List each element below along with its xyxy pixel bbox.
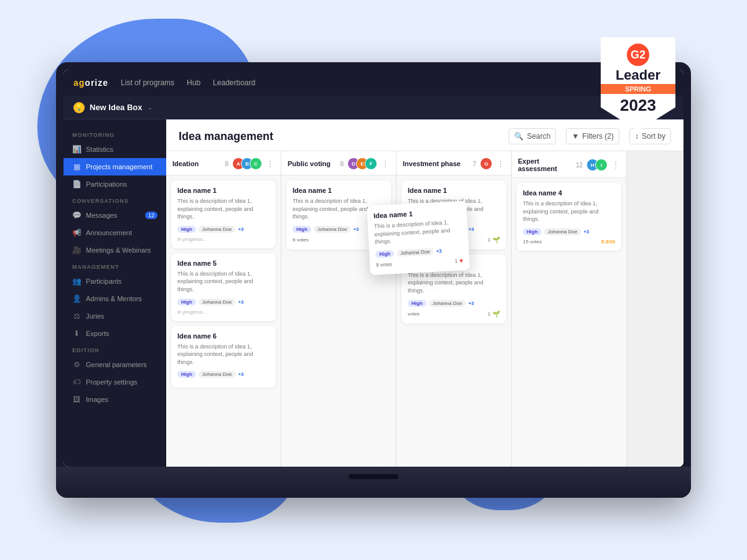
sidebar-item-images[interactable]: 🖼 Images xyxy=(63,391,166,408)
sub-nav: 💡 New Idea Box ⌄ xyxy=(63,96,684,119)
nav-list-programs[interactable]: List of programs xyxy=(121,78,174,87)
bulb-icon: 💡 xyxy=(73,102,85,113)
expert-col-menu[interactable]: ⋮ xyxy=(611,160,620,170)
sidebar-item-juries[interactable]: ⚖ Juries xyxy=(63,307,166,325)
images-label: Images xyxy=(86,396,108,403)
card-footer: 15 votes 5.3/10 xyxy=(523,239,615,245)
dropdown-arrow-icon[interactable]: ⌄ xyxy=(148,104,153,111)
g2-year-text: 2023 xyxy=(620,96,656,115)
floating-card-tags: High Johanna Doe +3 xyxy=(375,246,463,258)
avatar: C xyxy=(250,157,262,170)
card-desc: This is a description of Idea 1, explain… xyxy=(523,200,615,223)
sidebar-item-participations[interactable]: 📄 Participations xyxy=(63,175,166,193)
tag-author: Johanna Doe xyxy=(544,228,581,235)
g2-spring-text: SPRING xyxy=(601,84,675,94)
search-icon: 🔍 xyxy=(514,132,524,141)
sidebar-item-participants[interactable]: 👥 Participants xyxy=(63,273,166,290)
laptop-base xyxy=(56,467,691,498)
sidebar-item-admins[interactable]: 👤 Admins & Mentors xyxy=(63,290,166,307)
search-button[interactable]: 🔍 Search xyxy=(509,128,556,144)
tag-more: +3 xyxy=(238,226,243,232)
tag-author: Johanna Doe xyxy=(199,226,236,233)
sidebar-item-projects[interactable]: ▦ Projects management xyxy=(63,158,166,175)
idea-card[interactable]: Idea name 4 This is a description of Ide… xyxy=(517,183,621,251)
projects-icon: ▦ xyxy=(72,162,81,171)
card-tags: High Johanna Doe +3 xyxy=(523,228,615,235)
sidebar-item-general-params[interactable]: ⚙ General parameters xyxy=(63,356,166,373)
tag-more: +3 xyxy=(468,226,474,232)
voting-col-menu[interactable]: ⋮ xyxy=(381,159,390,169)
investment-col-menu[interactable]: ⋮ xyxy=(496,159,505,169)
investment-col-count: 7 xyxy=(472,161,476,167)
card-votes: 9 votes xyxy=(293,237,309,243)
property-settings-label: Property settings xyxy=(86,378,138,386)
general-params-label: General parameters xyxy=(86,361,147,368)
announcement-icon: 📢 xyxy=(72,228,81,237)
floating-card-desc: This is a description of Idea 1, explain… xyxy=(374,218,463,246)
statistics-label: Statistics xyxy=(86,146,113,153)
tag-more: +3 xyxy=(436,248,442,254)
announcement-label: Announcement xyxy=(86,229,132,236)
tag-high: High xyxy=(177,226,196,233)
app-container: agorize List of programs Hub Leaderboard… xyxy=(63,70,684,467)
voting-avatars: D E F xyxy=(347,157,377,170)
idea-card[interactable]: Idea name 1 This is a description of Ide… xyxy=(171,180,276,248)
idea-card[interactable]: Idea name 6 This is a description of Ide… xyxy=(171,326,276,388)
avatar: I xyxy=(595,159,608,171)
tag-high: High xyxy=(177,299,196,306)
g2-logo: G2 xyxy=(627,44,649,66)
floating-card-title: Idea name 1 xyxy=(374,207,461,219)
floating-card[interactable]: Idea name 1 This is a description of Ide… xyxy=(367,201,470,275)
floating-card-footer: 8 votes 1 ♥ xyxy=(376,257,463,268)
idea-card[interactable]: Idea name 5 This is a description of Ide… xyxy=(171,253,276,321)
statistics-icon: 📊 xyxy=(72,145,81,154)
tag-more: +3 xyxy=(353,226,359,232)
exports-icon: ⬇ xyxy=(72,329,81,338)
admins-icon: 👤 xyxy=(72,294,81,303)
investment-avatars: G xyxy=(480,157,492,170)
tag-high: High xyxy=(375,250,394,258)
participations-icon: 📄 xyxy=(72,180,81,189)
search-label: Search xyxy=(527,132,550,141)
card-tags: High Johanna Doe +3 xyxy=(177,299,270,306)
sidebar-item-messages[interactable]: 💬 Messages 12 xyxy=(63,207,166,224)
card-footer: In progress... xyxy=(177,236,270,242)
ideation-cards: Idea name 1 This is a description of Ide… xyxy=(166,175,281,467)
main-area: MONITORING 📊 Statistics ▦ Projects manag… xyxy=(63,119,684,467)
sidebar-item-exports[interactable]: ⬇ Exports xyxy=(63,325,166,342)
vote-score: 5.3/10 xyxy=(601,239,615,245)
card-footer: votes 1 🌱 xyxy=(408,310,500,317)
top-nav: agorize List of programs Hub Leaderboard… xyxy=(63,70,684,96)
expert-col-title: Expert assessment xyxy=(518,157,572,172)
sidebar-item-statistics[interactable]: 📊 Statistics xyxy=(63,141,166,158)
tag-high: High xyxy=(408,300,426,307)
kanban-col-expert: Expert assessment 12 H I ⋮ Idea n xyxy=(512,151,627,467)
general-params-icon: ⚙ xyxy=(72,360,81,369)
tag-author: Johanna Doe xyxy=(199,299,236,306)
ideation-col-count: 8 xyxy=(225,161,228,167)
laptop: agorize List of programs Hub Leaderboard… xyxy=(56,62,691,498)
sidebar-item-announcement[interactable]: 📢 Announcement xyxy=(63,224,166,241)
filter-icon: ▼ xyxy=(571,132,579,141)
floating-vote-count: 1 ♥ xyxy=(454,257,463,264)
expert-cards: Idea name 4 This is a description of Ide… xyxy=(512,178,626,467)
sidebar-item-property-settings[interactable]: 🏷 Property settings xyxy=(63,373,166,391)
card-status: In progress... xyxy=(177,236,207,242)
card-title: Idea name 1 xyxy=(293,187,385,194)
nav-leaderboard[interactable]: Leaderboard xyxy=(213,78,255,87)
kanban-col-voting-header: Public voting 8 D E F ⋮ xyxy=(281,151,396,175)
messages-icon: 💬 xyxy=(72,211,81,220)
tag-high: High xyxy=(523,228,542,235)
meetings-label: Meetings & Webinars xyxy=(86,246,151,254)
edition-section-label: EDITION xyxy=(63,342,166,356)
monitoring-section-label: MONITORING xyxy=(63,127,166,141)
card-status: In progress... xyxy=(177,309,207,315)
app-logo: agorize xyxy=(73,78,108,88)
ideation-col-menu[interactable]: ⋮ xyxy=(266,159,275,169)
card-desc: This is a description of Idea 1, explain… xyxy=(408,271,500,295)
admins-label: Admins & Mentors xyxy=(86,295,142,302)
nav-hub[interactable]: Hub xyxy=(187,78,200,87)
card-tags: High Johanna Doe +3 xyxy=(408,300,500,307)
ideabox-name[interactable]: New Idea Box xyxy=(90,103,143,112)
sidebar-item-meetings[interactable]: 🎥 Meetings & Webinars xyxy=(63,241,166,259)
